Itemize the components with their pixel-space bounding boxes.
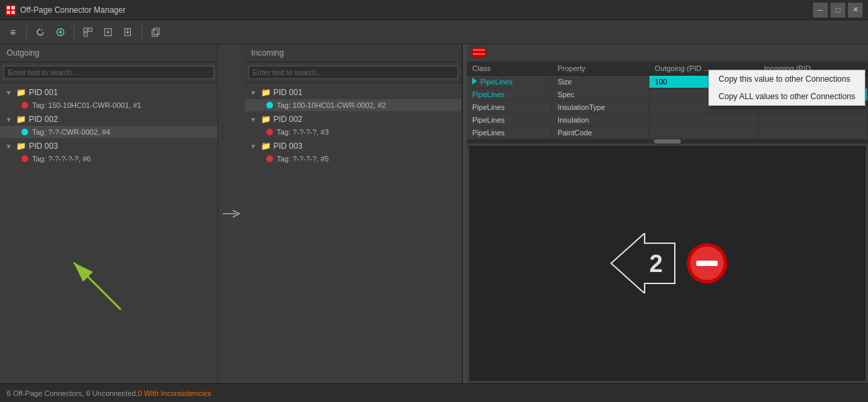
svg-rect-6 xyxy=(89,27,92,31)
connector-arrow xyxy=(218,44,245,383)
svg-rect-11 xyxy=(152,29,158,36)
outgoing-tag3-label: Tag: ?-?-?-?-?, #6 xyxy=(32,155,91,163)
in-dot-red-2 xyxy=(266,129,273,135)
toolbar-sep-2 xyxy=(74,25,74,39)
cell-incoming-4 xyxy=(759,114,868,127)
dot-cyan-1 xyxy=(21,129,28,135)
folder-icon-1: 📁 xyxy=(16,88,26,97)
menu-button[interactable]: ≡ xyxy=(4,23,21,41)
cell-property-4: Insulation xyxy=(552,114,649,127)
context-menu-item-copy-value[interactable]: Copy this value to other Connections xyxy=(709,70,865,88)
status-text-prefix: 6 Off-Page Connectors, 6 Unconnected, xyxy=(7,389,138,397)
cell-property-1: Size xyxy=(552,76,649,88)
outgoing-tag2-label: Tag: ?-?-CWR-0002, #4 xyxy=(32,128,110,136)
folder-icon-2: 📁 xyxy=(16,115,26,124)
incoming-pid002-label: PID 002 xyxy=(274,115,303,124)
outgoing-group-pid001: ▼ 📁 PID 001 Tag: 150-10HC01-CWR-0001, #1 xyxy=(0,86,217,111)
incoming-pid003-row[interactable]: ▼ 📁 PID 003 xyxy=(245,139,462,153)
copy-button[interactable] xyxy=(147,23,164,41)
svg-rect-2 xyxy=(7,11,10,14)
toolbar-sep-1 xyxy=(26,25,27,39)
window-title: Off-Page Connector Manager xyxy=(20,5,813,15)
add-button[interactable] xyxy=(52,23,69,41)
svg-rect-5 xyxy=(84,27,87,31)
outgoing-tree: ▼ 📁 PID 001 Tag: 150-10HC01-CWR-0001, #1… xyxy=(0,83,217,383)
cell-class-1: PipeLines xyxy=(467,76,552,88)
outgoing-pid003-row[interactable]: ▼ 📁 PID 003 xyxy=(0,139,217,153)
outgoing-panel: Outgoing ▼ 📁 PID 001 Tag: 150-10HC01-CWR… xyxy=(0,44,218,383)
in-folder-icon-3: 📁 xyxy=(261,141,271,151)
no-entry-symbol xyxy=(687,243,727,283)
scroll-thumb xyxy=(654,139,681,143)
incoming-tag3-label: Tag: ?-?-?-?, #5 xyxy=(277,155,329,163)
svg-rect-10 xyxy=(154,27,159,34)
collapse-button[interactable] xyxy=(99,23,117,41)
outgoing-pid001-child1[interactable]: Tag: 150-10HC01-CWR-0001, #1 xyxy=(0,99,217,111)
outgoing-pid002-child1[interactable]: Tag: ?-?-CWR-0002, #4 xyxy=(0,126,217,138)
incoming-pid002-child1[interactable]: Tag: ?-?-?-?, #3 xyxy=(245,126,462,138)
incoming-pid003-child1[interactable]: Tag: ?-?-?-?, #5 xyxy=(245,153,462,165)
in-dot-cyan-1 xyxy=(266,102,273,109)
restore-button[interactable]: □ xyxy=(830,3,845,17)
cell-outgoing-5 xyxy=(649,127,759,139)
toolbar: ≡ xyxy=(0,20,868,44)
expand-icon-1: ▼ xyxy=(5,89,13,96)
incoming-header: Incoming xyxy=(245,44,462,62)
incoming-search-wrap xyxy=(245,62,462,83)
status-inconsistencies: 0 With Inconsistencies xyxy=(138,389,211,397)
incoming-group-pid003: ▼ 📁 PID 003 Tag: ?-?-?-?, #5 xyxy=(245,139,462,165)
minimize-button[interactable]: ─ xyxy=(813,3,828,17)
outgoing-pid001-row[interactable]: ▼ 📁 PID 001 xyxy=(0,86,217,99)
outgoing-search-input[interactable] xyxy=(3,66,214,79)
in-expand-icon-3: ▼ xyxy=(250,143,258,150)
outgoing-pid003-label: PID 003 xyxy=(29,141,58,151)
table-row[interactable]: PipeLines Insulation xyxy=(467,114,868,127)
incoming-pid001-row[interactable]: ▼ 📁 PID 001 xyxy=(245,86,462,99)
incoming-tag2-label: Tag: ?-?-?-?, #3 xyxy=(277,128,329,136)
app-icon xyxy=(5,5,16,15)
cell-incoming-5 xyxy=(759,127,868,139)
expand-icon-3: ▼ xyxy=(5,143,13,150)
connector-symbol: 2 xyxy=(608,233,682,293)
toolbar-sep-3 xyxy=(142,25,142,39)
outgoing-pid001-label: PID 001 xyxy=(29,88,58,97)
incoming-pid001-child1[interactable]: Tag: 100-10HC01-CWR-0002, #2 xyxy=(245,99,462,111)
main-content: Outgoing ▼ 📁 PID 001 Tag: 150-10HC01-CWR… xyxy=(0,44,868,383)
incoming-pid002-row[interactable]: ▼ 📁 PID 002 xyxy=(245,113,462,126)
select-button[interactable] xyxy=(79,23,97,41)
cell-property-5: PaintCode xyxy=(552,127,649,139)
outgoing-group-pid002: ▼ 📁 PID 002 Tag: ?-?-CWR-0002, #4 xyxy=(0,113,217,138)
outgoing-search-wrap xyxy=(0,62,217,83)
col-class: Class xyxy=(467,62,552,76)
context-menu: Copy this value to other Connections Cop… xyxy=(708,70,865,106)
outgoing-pid002-row[interactable]: ▼ 📁 PID 002 xyxy=(0,113,217,126)
outgoing-pid003-child1[interactable]: Tag: ?-?-?-?-?, #6 xyxy=(0,153,217,165)
incoming-tree: ▼ 📁 PID 001 Tag: 100-10HC01-CWR-0002, #2… xyxy=(245,83,462,383)
context-menu-item-copy-all[interactable]: Copy ALL values to other Connections xyxy=(709,88,865,105)
close-button[interactable]: ✕ xyxy=(848,3,863,17)
scroll-indicator xyxy=(467,139,868,143)
cell-class-3: PipeLines xyxy=(467,101,552,114)
incoming-group-pid002: ▼ 📁 PID 002 Tag: ?-?-?-?, #3 xyxy=(245,113,462,138)
export-button[interactable] xyxy=(119,23,137,41)
dot-red-3 xyxy=(21,155,28,162)
incoming-search-input[interactable] xyxy=(248,66,459,79)
cell-class-2: PipeLines xyxy=(467,88,552,101)
expand-icon-2: ▼ xyxy=(5,116,13,123)
cell-property-2: Spec xyxy=(552,88,649,101)
svg-rect-0 xyxy=(7,6,10,9)
outgoing-pid002-label: PID 002 xyxy=(29,115,58,124)
col-property: Property xyxy=(552,62,649,76)
svg-text:2: 2 xyxy=(649,250,663,277)
window-controls: ─ □ ✕ xyxy=(813,3,863,17)
outgoing-group-pid003: ▼ 📁 PID 003 Tag: ?-?-?-?-?, #6 xyxy=(0,139,217,165)
right-panel-toolbar xyxy=(467,44,868,62)
red-stripe-icon xyxy=(472,48,486,58)
incoming-pid001-label: PID 001 xyxy=(274,88,303,97)
incoming-tag1-label: Tag: 100-10HC01-CWR-0002, #2 xyxy=(277,101,386,109)
in-dot-red-3 xyxy=(266,155,273,162)
cell-class-5: PipeLines xyxy=(467,127,552,139)
table-row[interactable]: PipeLines PaintCode xyxy=(467,127,868,139)
cell-class-4: PipeLines xyxy=(467,114,552,127)
refresh-button[interactable] xyxy=(32,23,49,41)
